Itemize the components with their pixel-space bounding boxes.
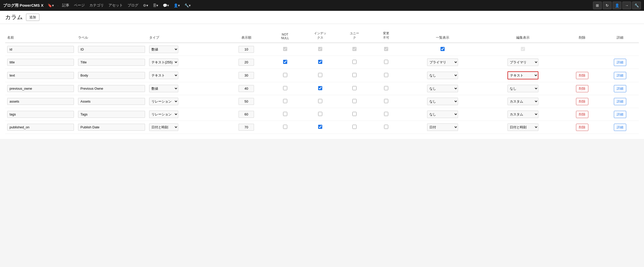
delete-button-6[interactable]: 削除 [576,124,588,131]
new-window-button[interactable]: ⊞ [593,2,602,9]
edit-select-6[interactable]: なし日付日付と時刻プライマリ [507,123,538,131]
detail-button-1[interactable]: 詳細 [614,59,626,66]
type-select-3[interactable]: 数値テキスト(255)テキストリレーション日付と時刻 [149,85,178,92]
index-cb-3[interactable] [318,86,322,90]
cell-label-6 [76,121,147,134]
type-select-0[interactable]: 数値テキスト(255)テキストリレーション日付と時刻 [149,46,178,53]
order-input-1[interactable] [239,59,254,66]
index-cb-2[interactable] [318,73,322,77]
edit-select-3[interactable]: なしプライマリテキストカスタム [507,85,538,92]
edit-select-1[interactable]: なしプライマリテキストカスタム [507,59,538,66]
delete-button-2[interactable]: 削除 [576,72,588,79]
name-input-4[interactable] [7,98,74,105]
edit-select-5[interactable]: なしプライマリテキストカスタム [507,111,538,118]
profile-button[interactable]: 👤 [613,2,621,9]
nav-item-asset[interactable]: アセット [107,3,124,8]
index-cb-1[interactable] [318,60,322,64]
notnull-cb-2[interactable] [283,73,287,77]
unique-cb-2[interactable] [352,73,357,77]
name-input-2[interactable] [7,72,74,79]
index-cb-5[interactable] [318,112,322,116]
label-input-2[interactable] [78,72,145,79]
detail-button-6[interactable]: 詳細 [614,124,626,131]
bookmark-icon[interactable]: 🔖▾ [46,3,55,7]
detail-button-3[interactable]: 詳細 [614,85,626,92]
detail-button-4[interactable]: 詳細 [614,98,626,105]
notnull-cb-5[interactable] [283,112,287,116]
edit-select-2[interactable]: なしプライマリテキストカスタム [507,71,538,79]
notnull-cb-6[interactable] [283,125,287,129]
immutable-cb-5[interactable] [384,112,388,116]
label-input-5[interactable] [78,111,145,118]
type-select-6[interactable]: 数値テキスト(255)テキストリレーション日付と時刻 [149,123,178,131]
comment-icon[interactable]: 💬▾ [161,3,171,7]
th-type: タイプ [147,29,224,43]
refresh-button[interactable]: ↻ [603,2,612,9]
order-input-2[interactable] [239,72,254,79]
nav-item-article[interactable]: 記事 [61,3,71,8]
index-cb-6[interactable] [318,125,322,129]
settings-button[interactable]: 🔧 [632,2,641,9]
order-input-6[interactable] [239,124,254,131]
nav-item-category[interactable]: カテゴリ [88,3,105,8]
label-input-0[interactable] [78,46,145,53]
order-input-3[interactable] [239,85,254,92]
order-input-4[interactable] [239,98,254,105]
delete-button-4[interactable]: 削除 [576,98,588,105]
delete-button-5[interactable]: 削除 [576,111,588,118]
name-input-5[interactable] [7,111,74,118]
list-select-6[interactable]: なし日付日付と時刻プライマリ [427,123,458,131]
nav-item-blog[interactable]: ブログ [126,3,140,8]
order-input-0[interactable] [239,46,254,53]
type-select-2[interactable]: 数値テキスト(255)テキストリレーション日付と時刻 [149,72,178,79]
settings-icon[interactable]: ⚙▾ [141,3,150,7]
label-input-6[interactable] [78,124,145,131]
unique-cb-3[interactable] [352,86,357,90]
cell-name-5 [5,108,76,121]
list-cb-0[interactable] [440,47,445,51]
type-select-4[interactable]: 数値テキスト(255)テキストリレーション日付と時刻 [149,98,178,105]
immutable-cb-3[interactable] [384,86,388,90]
name-input-3[interactable] [7,85,74,92]
cell-delete-3: 削除 [563,82,601,95]
notnull-cb-3[interactable] [283,86,287,90]
immutable-cb-1[interactable] [384,60,388,64]
db-icon[interactable]: 🗄▾ [151,3,160,7]
label-input-1[interactable] [78,59,145,66]
share-button[interactable]: → [622,2,631,9]
edit-select-4[interactable]: なしプライマリテキストカスタム [507,98,538,105]
name-input-6[interactable] [7,124,74,131]
tool-icon[interactable]: 🔧▾ [183,3,192,7]
list-select-3[interactable]: なしプライマリテキストカスタム [427,85,458,92]
notnull-cb-1[interactable] [283,60,287,64]
name-input-1[interactable] [7,59,74,66]
order-input-5[interactable] [239,111,254,118]
immutable-cb-6[interactable] [384,125,388,129]
detail-button-5[interactable]: 詳細 [614,111,626,118]
list-select-1[interactable]: なしプライマリテキストカスタム [427,59,458,66]
detail-button-2[interactable]: 詳細 [614,72,626,79]
cell-immutable-5 [370,108,402,121]
add-button[interactable]: 追加 [26,14,39,21]
immutable-cb-2[interactable] [384,73,388,77]
label-input-4[interactable] [78,98,145,105]
cell-notnull-6 [269,121,301,134]
name-input-0[interactable] [7,46,74,53]
unique-cb-4[interactable] [352,99,357,103]
user-icon[interactable]: 👤▾ [172,3,181,7]
cell-type-1: 数値テキスト(255)テキストリレーション日付と時刻 [147,56,224,69]
nav-item-page[interactable]: ページ [72,3,86,8]
unique-cb-1[interactable] [352,60,357,64]
label-input-3[interactable] [78,85,145,92]
type-select-5[interactable]: 数値テキスト(255)テキストリレーション日付と時刻 [149,111,178,118]
list-select-5[interactable]: なしプライマリテキストカスタム [427,111,458,118]
type-select-1[interactable]: 数値テキスト(255)テキストリレーション日付と時刻 [149,59,178,66]
list-select-4[interactable]: なしプライマリテキストカスタム [427,98,458,105]
unique-cb-5[interactable] [352,112,357,116]
list-select-2[interactable]: なしプライマリテキストカスタム [427,72,458,79]
index-cb-4[interactable] [318,99,322,103]
notnull-cb-4[interactable] [283,99,287,103]
unique-cb-6[interactable] [352,125,357,129]
delete-button-3[interactable]: 削除 [576,85,588,92]
immutable-cb-4[interactable] [384,99,388,103]
